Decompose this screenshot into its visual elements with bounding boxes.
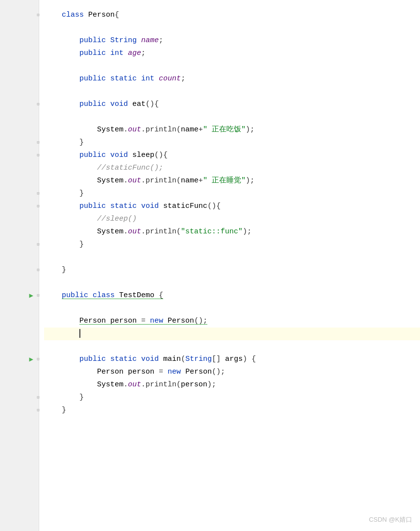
line-gutter: [5, 85, 44, 98]
code-line: System.out.println(person);: [44, 379, 420, 391]
code-line: ⊟ public void sleep(){: [44, 149, 420, 162]
line-code: public String name;: [44, 35, 420, 47]
code-line: [44, 302, 420, 315]
line-gutter: ⊟: [5, 238, 44, 251]
token-plain: (){: [146, 100, 159, 108]
fold-icon[interactable]: ⊟: [35, 191, 41, 197]
code-line: System.out.println(name+" 正在睡觉");: [44, 175, 420, 187]
fold-icon[interactable]: ⊟: [35, 140, 41, 146]
code-line: ⊟ }: [44, 136, 420, 149]
run-icon[interactable]: ▶: [29, 290, 33, 301]
line-gutter: [5, 328, 44, 340]
line-code: }: [44, 137, 420, 149]
line-gutter: ⊟: [5, 9, 44, 22]
code-line: //staticFunc();: [44, 162, 420, 175]
token-plain: [106, 36, 110, 45]
line-gutter: [5, 73, 44, 85]
code-line: public String name;: [44, 34, 420, 47]
code-line: [44, 340, 420, 353]
line-code: System.out.println(person);: [44, 379, 420, 391]
token-plain: [128, 151, 132, 159]
token-plain: .println(: [141, 380, 181, 389]
code-area: ⊟ class Person{ public String name; publ…: [39, 5, 420, 421]
line-code: public class TestDemo {: [44, 290, 420, 302]
fold-icon[interactable]: ⊟: [35, 203, 41, 209]
token-plain: );: [246, 177, 254, 185]
token-plain: [154, 75, 159, 83]
code-line: [44, 328, 420, 340]
token-plain: [106, 202, 110, 210]
token-classname: System: [97, 126, 124, 134]
token-plain: [137, 36, 141, 45]
green-underline: Person person = new Person();: [79, 317, 207, 325]
token-type: int: [141, 75, 154, 83]
line-code: //staticFunc();: [44, 162, 420, 174]
fold-icon[interactable]: ⊟: [35, 356, 41, 362]
fold-icon[interactable]: ⊟: [35, 267, 41, 273]
line-gutter: [5, 213, 44, 226]
fold-icon[interactable]: ⊟: [35, 395, 41, 401]
token-plain: .: [124, 228, 128, 236]
line-code: [44, 328, 420, 340]
line-gutter: [5, 175, 44, 187]
token-string: "static::func": [181, 228, 243, 236]
token-field-name: age: [128, 49, 141, 57]
code-line: ⊟ }: [44, 404, 420, 417]
line-code: System.out.println(name+" 正在吃饭");: [44, 124, 420, 136]
code-line: ⊟ class Person{: [44, 9, 420, 22]
run-icon[interactable]: ▶: [29, 354, 33, 365]
token-plain: (){: [207, 202, 221, 210]
fold-icon[interactable]: ⊟: [35, 101, 41, 107]
token-plain: (){: [154, 151, 168, 159]
line-gutter: ▶⊟: [5, 353, 44, 366]
line-code: }: [44, 264, 420, 276]
code-line: [44, 85, 420, 98]
line-gutter: ▶⊟: [5, 289, 44, 302]
code-line: Person person = new Person();: [44, 315, 420, 328]
code-line: [44, 111, 420, 124]
token-kw: new: [168, 368, 181, 376]
line-code: class Person{: [44, 9, 420, 21]
token-static-method: out: [128, 177, 141, 185]
line-code: }: [44, 239, 420, 251]
token-plain: .println(: [141, 126, 181, 134]
fold-icon[interactable]: ⊟: [35, 293, 41, 299]
token-kw: static: [110, 75, 137, 83]
token-kw: public: [79, 36, 106, 45]
token-kw: public: [79, 49, 106, 57]
token-string: " 正在吃饭": [203, 126, 246, 134]
fold-icon[interactable]: ⊟: [35, 407, 41, 413]
token-static-method: out: [128, 228, 141, 236]
code-line: ⊟ public void eat(){: [44, 98, 420, 111]
token-plain: +: [198, 177, 203, 185]
token-plain: );: [246, 126, 254, 134]
line-code: }: [44, 405, 420, 416]
fold-icon[interactable]: ⊟: [35, 242, 41, 248]
token-plain: );: [207, 380, 216, 389]
line-gutter: [5, 379, 44, 391]
line-code: System.out.println(name+" 正在睡觉");: [44, 175, 420, 187]
token-static-method: out: [128, 380, 141, 389]
fold-icon[interactable]: ⊟: [35, 152, 41, 158]
token-plain: ;: [181, 75, 185, 83]
token-plain: }: [79, 393, 84, 402]
line-gutter: [5, 162, 44, 175]
line-gutter: ⊟: [5, 200, 44, 213]
token-kw: static: [110, 202, 137, 210]
code-line: public int age;: [44, 47, 420, 60]
fold-icon[interactable]: ⊟: [35, 12, 41, 18]
line-gutter: [5, 315, 44, 328]
token-plain: [137, 355, 141, 363]
line-gutter: ⊟: [5, 264, 44, 277]
token-kw: void: [110, 151, 128, 159]
watermark: CSDN @K婧口: [369, 515, 412, 525]
token-plain: [128, 100, 132, 108]
token-kw: void: [141, 355, 159, 363]
code-line: ⊟ }: [44, 238, 420, 251]
token-method: main: [163, 355, 181, 363]
line-gutter: [5, 34, 44, 47]
token-classname: Person: [97, 368, 124, 376]
line-code: //sleep(): [44, 213, 420, 225]
token-plain: [106, 355, 110, 363]
token-kw: static: [110, 355, 137, 363]
